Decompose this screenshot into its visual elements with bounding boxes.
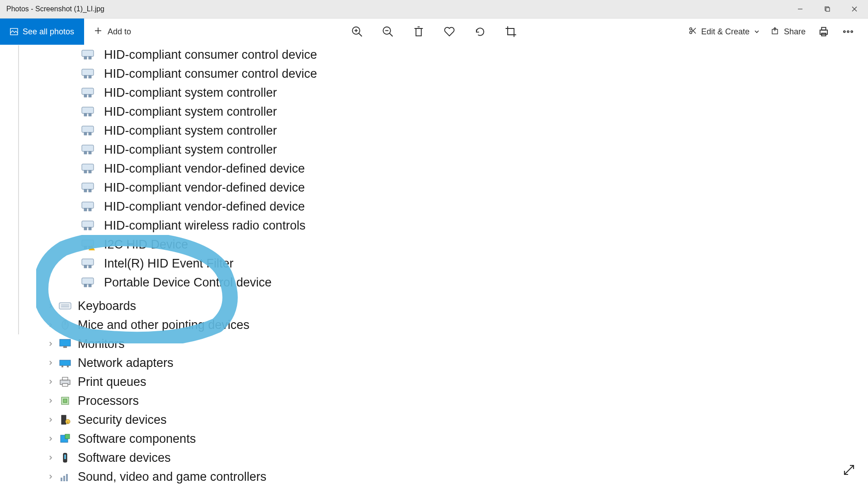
photo-viewport[interactable]: HID-compliant consumer control deviceHID… [0,45,868,488]
svg-rect-49 [82,183,94,189]
expand-chevron-icon[interactable] [45,339,56,349]
svg-line-13 [390,33,393,37]
svg-rect-67 [59,303,71,309]
device-label: HID-compliant system controller [104,105,277,119]
svg-rect-75 [61,366,63,367]
svg-rect-45 [89,151,91,154]
category-label: Sound, video and game controllers [78,470,266,484]
svg-rect-52 [82,202,94,208]
more-options-button[interactable] [842,25,854,38]
svg-rect-53 [84,208,87,211]
expand-chevron-icon[interactable] [45,320,56,330]
chevron-down-icon [754,27,760,37]
svg-rect-33 [89,75,91,78]
category-label: Processors [78,394,139,408]
svg-rect-40 [82,126,94,132]
category-icon [59,376,71,387]
add-to-button[interactable]: Add to [84,19,141,45]
device-icon [81,107,94,117]
device-label: HID-compliant vendor-defined device [104,200,305,214]
device-label: I2C HID Device [104,238,188,252]
device-item[interactable]: HID-compliant vendor-defined device [81,159,317,178]
device-item[interactable]: HID-compliant system controller [81,83,317,102]
device-icon [81,145,94,155]
svg-rect-63 [89,265,91,268]
minimize-button[interactable] [787,0,814,18]
svg-rect-41 [84,132,87,135]
device-item[interactable]: Portable Device Control device [81,273,317,292]
window-controls [787,0,868,18]
expand-chevron-icon[interactable] [45,377,56,387]
svg-rect-60 [89,246,91,249]
svg-point-26 [847,31,849,33]
device-item[interactable]: I2C HID Device [81,235,317,254]
category-item[interactable]: Mice and other pointing devices [45,315,266,334]
favorite-button[interactable] [443,25,456,38]
screenshot-image: HID-compliant consumer control deviceHID… [0,45,434,488]
device-item[interactable]: HID-compliant vendor-defined device [81,178,317,197]
svg-rect-23 [821,28,826,30]
svg-rect-38 [84,113,87,116]
crop-button[interactable] [505,25,517,38]
category-item[interactable]: Keyboards [45,296,266,315]
svg-rect-72 [60,339,71,346]
share-label: Share [784,27,806,37]
device-item[interactable]: HID-compliant system controller [81,140,317,159]
delete-button[interactable] [412,25,425,38]
device-item[interactable]: HID-compliant system controller [81,102,317,121]
svg-rect-51 [89,189,91,192]
see-all-photos-button[interactable]: See all photos [0,19,84,45]
device-item[interactable]: HID-compliant vendor-defined device [81,197,317,216]
expand-chevron-icon[interactable] [45,434,56,444]
device-item[interactable]: HID-compliant system controller [81,121,317,140]
close-button[interactable] [841,0,868,18]
device-item[interactable]: HID-compliant wireless radio controls [81,216,317,235]
rotate-button[interactable] [474,25,486,38]
category-item[interactable]: Network adapters [45,353,266,372]
svg-rect-65 [84,284,87,287]
svg-rect-59 [84,246,87,249]
toolbar-center [351,25,517,38]
device-item[interactable]: Intel(R) HID Event Filter [81,254,317,273]
svg-point-25 [844,31,845,33]
category-item[interactable]: Print queues [45,372,266,391]
edit-create-button[interactable]: Edit & Create [689,27,760,37]
device-item[interactable]: HID-compliant consumer control device [81,45,317,64]
expand-chevron-icon[interactable] [45,453,56,463]
expand-chevron-icon[interactable] [45,396,56,406]
expand-chevron-icon[interactable] [45,415,56,425]
fullscreen-button[interactable] [842,463,856,477]
print-button[interactable] [817,25,830,38]
category-item[interactable]: Software devices [45,448,266,467]
svg-rect-74 [60,360,71,366]
svg-rect-15 [416,28,421,36]
device-label: HID-compliant system controller [104,143,277,157]
svg-rect-36 [89,94,91,97]
category-item[interactable]: Monitors [45,334,266,353]
svg-rect-50 [84,189,87,192]
expand-chevron-icon[interactable] [45,358,56,368]
plus-icon [94,27,102,37]
zoom-out-button[interactable] [382,25,394,38]
category-item[interactable]: Processors [45,391,266,410]
category-item[interactable]: Security devices [45,410,266,429]
category-icon [59,433,71,444]
category-item[interactable]: Sound, video and game controllers [45,467,266,486]
svg-rect-55 [82,221,94,227]
category-label: Mice and other pointing devices [78,318,250,332]
svg-rect-37 [82,107,94,113]
category-item[interactable]: Software components [45,429,266,448]
svg-rect-86 [65,434,70,439]
device-list: HID-compliant consumer control deviceHID… [81,45,317,292]
device-item[interactable]: HID-compliant consumer control device [81,64,317,83]
zoom-in-button[interactable] [351,25,363,38]
toolbar-right: Edit & Create Share [689,25,868,38]
maximize-button[interactable] [814,0,841,18]
expand-chevron-icon[interactable] [45,472,56,482]
device-icon [81,183,94,192]
share-button[interactable]: Share [771,27,806,37]
expand-chevron-icon[interactable] [45,301,56,311]
svg-rect-61 [82,259,94,265]
device-label: HID-compliant wireless radio controls [104,219,306,233]
device-label: HID-compliant system controller [104,86,277,100]
